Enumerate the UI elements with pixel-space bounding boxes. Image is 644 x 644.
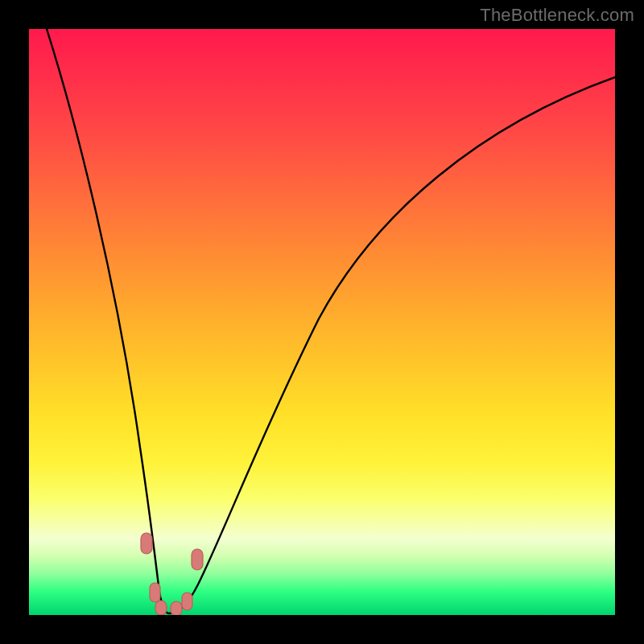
curve-marker xyxy=(155,601,167,615)
curve-marker xyxy=(192,549,203,570)
plot-area xyxy=(29,29,615,615)
markers-group xyxy=(141,533,203,615)
curve-marker xyxy=(171,601,182,615)
chart-svg xyxy=(29,29,615,615)
curve-marker xyxy=(141,533,152,554)
watermark-text: TheBottleneck.com xyxy=(480,5,634,26)
curve-path xyxy=(47,29,615,613)
curve-marker xyxy=(182,592,192,610)
chart-frame: TheBottleneck.com xyxy=(0,0,644,644)
curve-marker xyxy=(150,583,160,602)
